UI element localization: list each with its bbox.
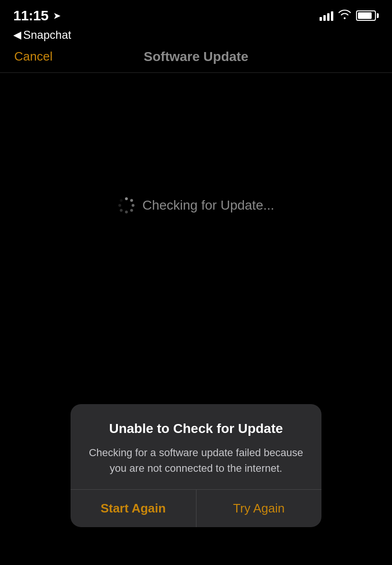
- status-right: [320, 9, 379, 22]
- page-title: Software Update: [144, 49, 249, 64]
- signal-bar-4: [331, 11, 333, 21]
- checking-status-text: Checking for Update...: [143, 198, 275, 213]
- signal-bars-icon: [320, 10, 333, 21]
- status-bar: 11:15 ➤: [0, 0, 392, 28]
- battery-icon: [356, 10, 379, 21]
- loading-spinner-icon: [118, 197, 135, 214]
- svg-point-1: [130, 199, 133, 202]
- start-again-button[interactable]: Start Again: [71, 490, 196, 527]
- main-content: Checking for Update...: [0, 73, 392, 338]
- svg-point-2: [132, 204, 134, 207]
- location-icon: ➤: [53, 10, 61, 21]
- nav-bar: Cancel Software Update: [0, 44, 392, 73]
- svg-point-6: [118, 204, 121, 207]
- back-app-label[interactable]: Snapchat: [23, 28, 71, 42]
- dialog-message: Checking for a software update failed be…: [87, 445, 305, 476]
- signal-bar-1: [320, 17, 322, 21]
- alert-dialog: Unable to Check for Update Checking for …: [71, 404, 321, 527]
- dialog-title: Unable to Check for Update: [87, 420, 305, 437]
- signal-bar-3: [327, 13, 330, 21]
- try-again-button[interactable]: Try Again: [196, 490, 322, 527]
- cancel-button[interactable]: Cancel: [14, 49, 53, 64]
- svg-point-7: [120, 199, 123, 202]
- signal-bar-2: [323, 15, 326, 21]
- status-left: 11:15 ➤: [13, 8, 61, 24]
- svg-point-4: [125, 211, 128, 213]
- checking-container: Checking for Update...: [118, 197, 275, 214]
- svg-point-5: [120, 209, 123, 212]
- back-arrow-icon: ◀: [13, 29, 21, 41]
- dialog-overlay: Unable to Check for Update Checking for …: [0, 319, 392, 565]
- dialog-actions: Start Again Try Again: [71, 490, 321, 527]
- svg-point-0: [125, 197, 128, 200]
- svg-point-3: [130, 209, 133, 212]
- back-nav[interactable]: ◀ Snapchat: [0, 28, 392, 44]
- dialog-content: Unable to Check for Update Checking for …: [71, 404, 321, 489]
- wifi-icon: [338, 9, 351, 22]
- status-time: 11:15: [13, 8, 48, 24]
